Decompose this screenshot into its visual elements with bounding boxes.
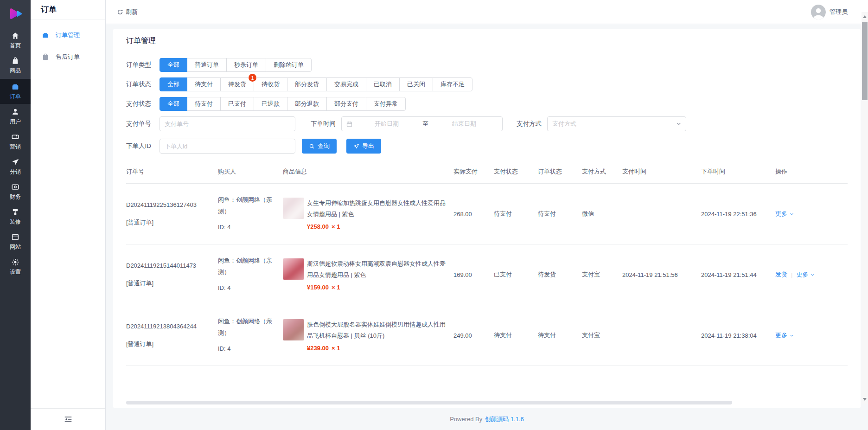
horizontal-scrollbar-thumb[interactable] xyxy=(126,401,732,404)
sidebar-item-label: 分销 xyxy=(10,168,21,176)
scroll-down-arrow[interactable] xyxy=(863,398,867,401)
horizontal-scrollbar[interactable] xyxy=(126,401,848,404)
pay-no-input[interactable] xyxy=(160,116,295,131)
pay-method-select[interactable]: 支付方式 xyxy=(547,116,686,131)
date-separator: 至 xyxy=(421,120,430,128)
order-no-cell: D20241119213804364244 [普通订单] xyxy=(126,323,218,348)
search-icon xyxy=(309,143,315,149)
sidebar-item-products[interactable]: 商品 xyxy=(0,53,31,78)
order-time-cell: 2024-11-19 21:51:44 xyxy=(701,271,775,278)
more-label: 更多 xyxy=(775,331,787,340)
order-status-option-partial-ship[interactable]: 部分发货 xyxy=(287,77,327,91)
pay-method-cell: 微信 xyxy=(582,210,622,218)
pay-method-cell: 支付宝 xyxy=(582,331,622,340)
order-status-cell: 待支付 xyxy=(538,331,582,340)
order-type-option-seckill[interactable]: 秒杀订单 xyxy=(226,58,266,72)
order-status-option-to-ship[interactable]: 待发货 1 xyxy=(220,77,254,91)
pay-status-option-abnormal[interactable]: 支付异常 xyxy=(366,97,406,111)
filter-row-buyer-actions: 下单人ID 查询 导出 xyxy=(126,139,848,154)
pay-status-option-partial-pay[interactable]: 部分支付 xyxy=(326,97,366,111)
scroll-up-arrow[interactable] xyxy=(863,15,867,18)
pay-status-option-all[interactable]: 全部 xyxy=(160,97,187,111)
more-action-link[interactable]: 更多 xyxy=(775,331,794,340)
submenu-item-aftersale-orders[interactable]: 售后订单 xyxy=(31,46,105,68)
sidebar-item-decoration[interactable]: 装修 xyxy=(0,204,31,229)
pay-status-option-refunded[interactable]: 已退款 xyxy=(254,97,287,111)
pay-status-cell: 待支付 xyxy=(494,331,538,340)
admin-menu[interactable]: 管理员 xyxy=(811,5,848,19)
order-time-range-picker[interactable]: 开始日期 至 结束日期 xyxy=(341,116,503,131)
pay-status-option-partial-refund[interactable]: 部分退款 xyxy=(287,97,327,111)
sidebar-item-users[interactable]: 用户 xyxy=(0,104,31,129)
order-status-option-to-receive[interactable]: 待收货 xyxy=(254,77,287,91)
order-type-option-all[interactable]: 全部 xyxy=(160,58,187,72)
order-status-cell: 待发货 xyxy=(538,270,582,279)
product-price: ¥239.00 xyxy=(307,345,329,352)
collapse-sidebar-button[interactable] xyxy=(31,408,105,430)
content-area: 订单管理 订单类型 全部 普通订单 秒杀订单 删除的订单 订单状态 全部 待 xyxy=(106,24,868,408)
app-logo[interactable] xyxy=(0,0,31,28)
amount-cell: 268.00 xyxy=(453,211,494,218)
pay-method-placeholder: 支付方式 xyxy=(552,120,576,128)
browser-icon xyxy=(11,233,19,241)
product-cell: 肤色倒模大屁股名器实体娃娃倒模男用情趣成人性用品飞机杯自慰器 | 贝丝 (10斤… xyxy=(283,319,453,352)
table-row: D20241119213804364244 [普通订单] 闲鱼：创颜网络（亲测）… xyxy=(126,305,848,366)
sidebar-item-website[interactable]: 网站 xyxy=(0,229,31,254)
ship-action-link[interactable]: 发货 xyxy=(775,270,787,279)
admin-label: 管理员 xyxy=(830,8,848,16)
order-status-option-completed[interactable]: 交易完成 xyxy=(326,77,366,91)
col-header-buyer: 购买人 xyxy=(218,167,283,176)
buyer-cell: 闲鱼：创颜网络（亲测） ID: 4 xyxy=(218,316,283,355)
sidebar-item-home[interactable]: 首页 xyxy=(0,28,31,53)
sidebar-item-marketing[interactable]: 营销 xyxy=(0,129,31,154)
sidebar-item-settings[interactable]: 设置 xyxy=(0,254,31,279)
home-icon xyxy=(11,32,19,40)
submenu-item-order-management[interactable]: 订单管理 xyxy=(31,24,105,46)
calendar-icon xyxy=(346,121,353,128)
order-status-option-label: 待发货 xyxy=(228,80,246,89)
order-status-option-cancelled[interactable]: 已取消 xyxy=(366,77,400,91)
filters: 订单类型 全部 普通订单 秒杀订单 删除的订单 订单状态 全部 待支付 待发货 xyxy=(126,58,848,154)
sidebar-top-group: 首页 商品 xyxy=(0,0,31,79)
order-type-option-normal[interactable]: 普通订单 xyxy=(187,58,227,72)
more-action-link[interactable]: 更多 xyxy=(775,210,794,218)
order-status-option-unpaid[interactable]: 待支付 xyxy=(187,77,221,91)
product-cell: 斯汉德超软震动棒女用高潮双震自慰器女性成人性爱用品女情趣用品 | 紫色 ¥159… xyxy=(283,258,453,291)
order-status-option-closed[interactable]: 已关闭 xyxy=(399,77,433,91)
search-button[interactable]: 查询 xyxy=(302,139,337,154)
ticket-icon xyxy=(11,133,19,141)
buyer-cell: 闲鱼：创颜网络（亲测） ID: 4 xyxy=(218,255,283,294)
order-type-option-deleted[interactable]: 删除的订单 xyxy=(266,58,312,72)
sidebar-item-label: 首页 xyxy=(10,42,21,50)
submenu-list: 订单管理 售后订单 xyxy=(31,19,105,68)
pay-time-cell: 2024-11-19 21:51:56 xyxy=(622,271,701,278)
table-header: 订单号 购买人 商品信息 实际支付 支付状态 订单状态 支付方式 支付时间 下单… xyxy=(126,162,848,184)
sidebar-item-orders[interactable]: 订单 xyxy=(0,79,31,104)
refresh-icon xyxy=(117,9,123,15)
product-qty: × 1 xyxy=(332,345,340,352)
product-cell: 女生专用伸缩加热跳蛋女用自慰器女性成人性爱用品女情趣用品 | 紫色 ¥258.0… xyxy=(283,198,453,230)
sidebar-item-distribution[interactable]: 分销 xyxy=(0,154,31,179)
send-icon xyxy=(353,143,359,149)
pay-status-option-paid[interactable]: 已支付 xyxy=(220,97,254,111)
amount-cell: 249.00 xyxy=(453,332,494,339)
main-sidebar: 首页 商品 订单 用户 营销 xyxy=(0,0,31,430)
refresh-tab[interactable]: 刷新 xyxy=(117,8,138,16)
order-status-option-out-of-stock[interactable]: 库存不足 xyxy=(433,77,472,91)
sidebar-item-label: 营销 xyxy=(10,143,21,151)
pay-status-option-unpaid[interactable]: 待支付 xyxy=(187,97,221,111)
wallet-icon xyxy=(11,83,19,91)
buyer-id-input[interactable] xyxy=(160,139,295,154)
vertical-scrollbar-thumb[interactable] xyxy=(862,22,868,100)
source-link[interactable]: 创颜源码 1.1.6 xyxy=(485,415,524,424)
more-action-link[interactable]: 更多 xyxy=(796,270,815,279)
vertical-scrollbar[interactable] xyxy=(862,12,868,404)
end-date-placeholder: 结束日期 xyxy=(430,120,498,128)
pay-status-cell: 已支付 xyxy=(494,270,538,279)
logo-icon xyxy=(6,6,24,21)
sidebar-item-finance[interactable]: 财务 xyxy=(0,179,31,204)
order-status-option-all[interactable]: 全部 xyxy=(160,77,187,91)
export-button[interactable]: 导出 xyxy=(346,139,381,154)
product-title: 肤色倒模大屁股名器实体娃娃倒模男用情趣成人性用品飞机杯自慰器 | 贝丝 (10斤… xyxy=(307,319,447,341)
buyer-cell: 闲鱼：创颜网络（亲测） ID: 4 xyxy=(218,194,283,233)
